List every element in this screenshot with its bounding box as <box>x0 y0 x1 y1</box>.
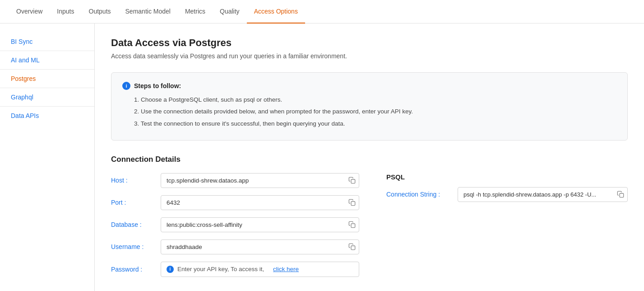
database-copy-button[interactable] <box>348 221 356 228</box>
port-row: Port : <box>111 195 359 210</box>
sidebar-item-postgres[interactable]: Postgres <box>0 70 94 88</box>
copy-icon <box>348 221 356 228</box>
connection-grid: Host : Port : <box>111 173 628 284</box>
database-input-wrap <box>161 217 359 232</box>
sidebar-item-graphql[interactable]: Graphql <box>0 88 94 107</box>
tab-metrics[interactable]: Metrics <box>178 0 213 23</box>
host-row: Host : <box>111 173 359 188</box>
port-label: Port : <box>111 199 161 206</box>
password-field: i Enter your API key, To access it, clic… <box>161 262 359 277</box>
host-input-wrap <box>161 173 359 188</box>
info-icon: i <box>122 82 130 90</box>
username-row: Username : <box>111 239 359 254</box>
sidebar: BI Sync AI and ML Postgres Graphql Data … <box>0 23 95 291</box>
host-copy-button[interactable] <box>348 177 356 184</box>
steps-header-label: Steps to follow: <box>134 82 181 89</box>
tab-overview[interactable]: Overview <box>9 0 50 23</box>
svg-rect-2 <box>351 224 355 228</box>
port-copy-button[interactable] <box>348 199 356 206</box>
database-label: Database : <box>111 221 161 228</box>
sidebar-item-ai-and-ml[interactable]: AI and ML <box>0 51 94 70</box>
database-row: Database : <box>111 217 359 232</box>
psql-copy-button[interactable] <box>617 191 624 198</box>
steps-list: 1. Choose a PostgreSQL client, such as p… <box>122 95 616 128</box>
click-here-link[interactable]: click here <box>273 266 299 272</box>
psql-connection-string-label: Connection String : <box>386 191 454 198</box>
tab-access-options[interactable]: Access Options <box>247 0 305 23</box>
psql-connection-row: Connection String : <box>386 187 628 202</box>
sidebar-item-data-apis[interactable]: Data APIs <box>0 107 94 125</box>
page-subtitle: Access data seamlessly via Postgres and … <box>111 52 628 60</box>
tab-outputs[interactable]: Outputs <box>82 0 118 23</box>
password-label: Password : <box>111 266 161 273</box>
step-3: 3. Test the connection to ensure it's su… <box>134 119 616 128</box>
tab-inputs[interactable]: Inputs <box>50 0 81 23</box>
copy-icon <box>348 177 356 184</box>
port-input-wrap <box>161 195 359 210</box>
copy-icon <box>617 191 624 198</box>
connection-details-title: Connection Details <box>111 155 628 164</box>
password-placeholder-text: Enter your API key, To access it, <box>177 266 264 272</box>
psql-title: PSQL <box>386 173 628 181</box>
layout: BI Sync AI and ML Postgres Graphql Data … <box>0 23 644 291</box>
connection-fields: Host : Port : <box>111 173 359 284</box>
password-input-wrap: i Enter your API key, To access it, clic… <box>161 262 359 277</box>
psql-input-wrap <box>458 187 628 202</box>
port-input[interactable] <box>161 195 359 210</box>
copy-icon <box>348 199 356 206</box>
steps-header: i Steps to follow: <box>122 82 616 90</box>
psql-connection-string-input[interactable] <box>458 187 628 202</box>
database-input[interactable] <box>161 217 359 232</box>
password-row: Password : i Enter your API key, To acce… <box>111 262 359 277</box>
host-input[interactable] <box>161 173 359 188</box>
username-input-wrap <box>161 239 359 254</box>
password-info-icon: i <box>167 266 174 273</box>
tab-quality[interactable]: Quality <box>213 0 247 23</box>
step-1: 1. Choose a PostgreSQL client, such as p… <box>134 95 616 104</box>
psql-section: PSQL Connection String : <box>386 173 628 202</box>
step-2: 2. Use the connection details provided b… <box>134 107 616 116</box>
sidebar-item-bi-sync[interactable]: BI Sync <box>0 33 94 51</box>
svg-rect-3 <box>351 246 355 250</box>
svg-rect-4 <box>620 193 624 197</box>
svg-rect-0 <box>351 179 355 183</box>
username-input[interactable] <box>161 239 359 254</box>
copy-icon <box>348 243 356 250</box>
host-label: Host : <box>111 177 161 184</box>
steps-box: i Steps to follow: 1. Choose a PostgreSQ… <box>111 72 628 141</box>
main-content: Data Access via Postgres Access data sea… <box>95 23 644 291</box>
top-nav: Overview Inputs Outputs Semantic Model M… <box>0 0 644 23</box>
username-copy-button[interactable] <box>348 243 356 250</box>
tab-semantic-model[interactable]: Semantic Model <box>118 0 178 23</box>
svg-rect-1 <box>351 202 355 206</box>
username-label: Username : <box>111 243 161 250</box>
page-title: Data Access via Postgres <box>111 37 628 49</box>
